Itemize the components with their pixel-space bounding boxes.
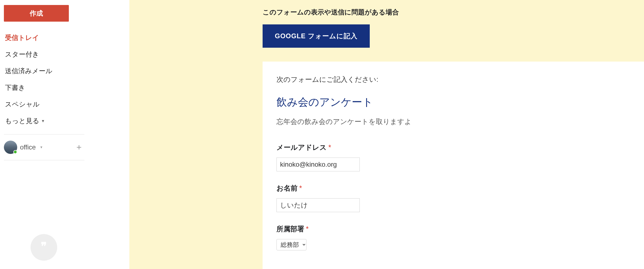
form-title[interactable]: 飲み会のアンケート: [276, 95, 630, 109]
main-area: このフォームの表示や送信に問題がある場合 GOOGLE フォームに記入 次のフォ…: [88, 0, 644, 269]
nav-item-sent[interactable]: 送信済みメール: [4, 63, 84, 79]
divider: [4, 134, 84, 134]
form-instruction: 次のフォームにご記入ください:: [276, 75, 630, 84]
department-label-text: 所属部署: [276, 225, 304, 233]
quote-icon: ❞: [41, 240, 47, 253]
department-select[interactable]: 総務部: [276, 239, 306, 250]
compose-button[interactable]: 作成: [4, 5, 69, 22]
required-mark: *: [306, 225, 309, 233]
email-input[interactable]: [276, 158, 360, 171]
name-label-text: お名前: [276, 184, 298, 192]
avatar-wrapper: [4, 141, 17, 154]
form-card: 次のフォームにご記入ください: 飲み会のアンケート 忘年会の飲み会のアンケートを…: [263, 62, 644, 269]
nav-item-starred[interactable]: スター付き: [4, 46, 84, 63]
email-body: このフォームの表示や送信に問題がある場合 GOOGLE フォームに記入 次のフォ…: [129, 0, 644, 269]
name-label: お名前*: [276, 184, 630, 193]
email-label: メールアドレス*: [276, 143, 630, 152]
form-field-email: メールアドレス*: [276, 143, 630, 171]
hangouts-icon[interactable]: ❞: [31, 234, 57, 261]
nav-item-more[interactable]: もっと見る ▼: [4, 113, 84, 129]
form-field-name: お名前*: [276, 184, 630, 212]
sidebar: 作成 受信トレイ スター付き 送信済みメール 下書き スペシャル もっと見る ▼…: [0, 0, 88, 269]
presence-indicator: [13, 150, 17, 154]
nav-item-drafts[interactable]: 下書き: [4, 79, 84, 96]
nav-item-special[interactable]: スペシャル: [4, 96, 84, 113]
required-mark: *: [299, 184, 302, 192]
form-field-department: 所属部署* 総務部: [276, 224, 630, 250]
chat-user-name: office: [20, 143, 36, 151]
chevron-down-icon: ▼: [41, 119, 45, 123]
department-label: 所属部署*: [276, 224, 630, 234]
required-mark: *: [328, 143, 331, 151]
form-description: 忘年会の飲み会のアンケートを取りますよ: [276, 117, 630, 126]
chevron-down-icon: ▼: [40, 145, 43, 149]
add-button[interactable]: +: [74, 142, 84, 153]
google-form-button[interactable]: GOOGLE フォームに記入: [263, 24, 370, 48]
chat-user[interactable]: office ▼: [4, 141, 43, 154]
nav-list: 受信トレイ スター付き 送信済みメール 下書き スペシャル もっと見る ▼: [4, 29, 84, 129]
email-label-text: メールアドレス: [276, 143, 327, 151]
form-notice-text: このフォームの表示や送信に問題がある場合: [263, 8, 644, 17]
chat-section: office ▼ +: [4, 139, 84, 155]
nav-item-inbox[interactable]: 受信トレイ: [4, 29, 84, 46]
more-label: もっと見る: [5, 116, 39, 125]
name-input[interactable]: [276, 198, 360, 212]
divider: [4, 160, 84, 160]
